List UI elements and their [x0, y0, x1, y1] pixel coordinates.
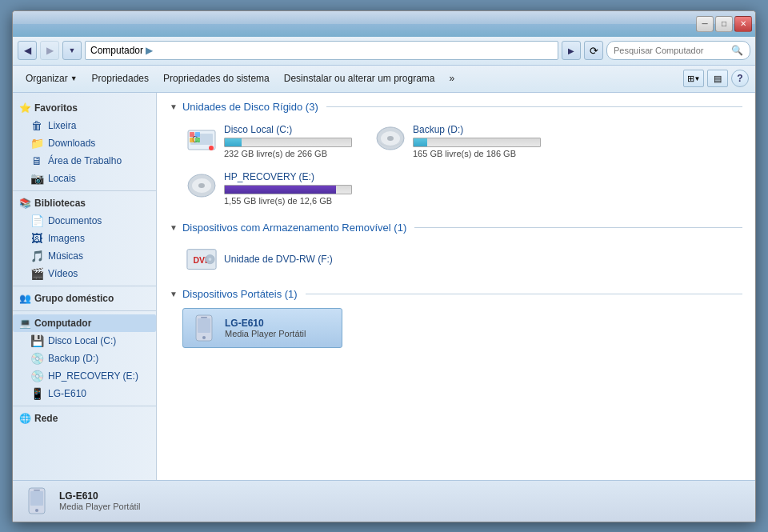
dvd-icon: DVD	[186, 245, 218, 277]
sidebar: ⭐ Favoritos 🗑 Lixeira 📁 Downloads 🖥 Área…	[13, 93, 157, 480]
backup-d-icon: 💿	[30, 352, 43, 365]
status-device-icon	[22, 486, 51, 515]
explorer-window: ─ □ ✕ ◀ ▶ ▼ Computador ▶ ▶ ⟳ 🔍 Organizar…	[12, 10, 756, 522]
lixeira-icon: 🗑	[30, 119, 43, 132]
sidebar-item-label: Lixeira	[48, 120, 76, 131]
network-header[interactable]: 🌐 Rede	[13, 410, 156, 427]
sidebar-item-backup-d[interactable]: 💿 Backup (D:)	[13, 350, 156, 367]
more-button[interactable]: »	[443, 70, 462, 86]
breadcrumb-computer[interactable]: Computador	[90, 45, 143, 56]
organize-button[interactable]: Organizar ▼	[19, 70, 84, 86]
drive-e-info: HP_RECOVERY (E:) 1,55 GB livre(s) de 12,…	[224, 171, 355, 206]
drive-e-name: HP_RECOVERY (E:)	[224, 171, 355, 182]
portable-device-icon	[190, 314, 218, 342]
svg-point-22	[202, 336, 206, 339]
svg-point-15	[198, 183, 205, 188]
homegroup-header[interactable]: 👥 Grupo doméstico	[13, 290, 156, 307]
dropdown-button[interactable]: ▼	[62, 41, 82, 60]
refresh-button[interactable]: ⟳	[584, 41, 603, 60]
portable-device-type: Media Player Portátil	[225, 329, 306, 338]
breadcrumb-bar[interactable]: Computador ▶	[85, 41, 558, 60]
svg-point-19	[209, 258, 212, 261]
help-button[interactable]: ?	[731, 70, 749, 87]
libraries-header[interactable]: 📚 Bibliotecas	[13, 194, 156, 212]
sidebar-item-downloads[interactable]: 📁 Downloads	[13, 134, 156, 152]
locais-icon: 📷	[30, 172, 43, 185]
sidebar-section-favorites: ⭐ Favoritos 🗑 Lixeira 📁 Downloads 🖥 Área…	[13, 99, 156, 187]
properties-button[interactable]: Propriedades	[86, 70, 155, 86]
search-icon: 🔍	[731, 45, 743, 56]
view-arrow-icon: ▼	[694, 75, 701, 82]
drive-e-item[interactable]: HP_RECOVERY (E:) 1,55 GB livre(s) de 12,…	[182, 168, 358, 209]
computer-label: Computador	[34, 318, 91, 329]
dvd-info: Unidade de DVD-RW (F:)	[224, 254, 739, 267]
portable-section-header: ▼ Dispositivos Portáteis (1)	[170, 288, 742, 300]
view-toggle-button[interactable]: ⊞ ▼	[683, 70, 704, 87]
toolbar: Organizar ▼ Propriedades Propriedades do…	[13, 66, 755, 93]
maximize-button[interactable]: □	[715, 16, 733, 32]
layout-button[interactable]: ▤	[707, 70, 728, 87]
sidebar-item-videos[interactable]: 🎬 Vídeos	[13, 265, 156, 282]
minimize-button[interactable]: ─	[696, 16, 714, 32]
search-input[interactable]	[614, 46, 728, 55]
sidebar-item-disco-c[interactable]: 💾 Disco Local (C:)	[13, 332, 156, 350]
sidebar-section-computer: 💻 Computador 💾 Disco Local (C:) 💿 Backup…	[13, 314, 156, 402]
system-properties-label: Propriedades do sistema	[163, 73, 270, 84]
sidebar-item-desktop[interactable]: 🖥 Área de Trabalho	[13, 152, 156, 170]
drive-e-free: 1,55 GB livre(s) de 12,6 GB	[224, 196, 355, 206]
divider-1	[13, 190, 156, 191]
uninstall-button[interactable]: Desinstalar ou alterar um programa	[278, 70, 442, 86]
svg-rect-7	[190, 138, 194, 142]
portable-divider	[306, 294, 742, 294]
drive-c-item[interactable]: C: Disco Local (C:)	[182, 121, 358, 162]
removable-divider	[414, 227, 742, 228]
status-device-type: Media Player Portátil	[59, 502, 141, 511]
desktop-icon: 🖥	[30, 154, 43, 167]
sidebar-item-label: Área de Trabalho	[48, 155, 122, 166]
expand-button[interactable]: ▶	[562, 41, 581, 60]
drive-d-name: Backup (D:)	[413, 124, 544, 135]
main-content: ⭐ Favoritos 🗑 Lixeira 📁 Downloads 🖥 Área…	[13, 93, 755, 480]
system-properties-button[interactable]: Propriedades do sistema	[157, 70, 276, 86]
sidebar-item-documentos[interactable]: 📄 Documentos	[13, 212, 156, 230]
sidebar-item-label: LG-E610	[48, 388, 86, 399]
portable-device-info: LG-E610 Media Player Portátil	[225, 318, 306, 338]
sidebar-item-lg-e610[interactable]: 📱 LG-E610	[13, 385, 156, 402]
svg-rect-25	[30, 491, 43, 506]
sidebar-section-network: 🌐 Rede	[13, 410, 156, 427]
close-button[interactable]: ✕	[734, 16, 752, 32]
imagens-icon: 🖼	[30, 232, 43, 245]
sidebar-item-label: Vídeos	[48, 268, 78, 279]
sidebar-item-imagens[interactable]: 🖼 Imagens	[13, 230, 156, 247]
sidebar-item-label: Disco Local (C:)	[48, 335, 116, 346]
divider-4	[13, 406, 156, 406]
sidebar-section-homegroup: 👥 Grupo doméstico	[13, 290, 156, 307]
dvd-item[interactable]: DVD Unidade de DVD-RW (F:)	[182, 242, 742, 280]
svg-point-26	[35, 509, 38, 512]
drive-d-item[interactable]: Backup (D:) 165 GB livre(s) de 186 GB	[371, 121, 547, 162]
libraries-icon: 📚	[19, 198, 31, 209]
title-bar-buttons: ─ □ ✕	[696, 16, 752, 32]
drive-c-info: Disco Local (C:) 232 GB livre(s) de 266 …	[224, 124, 355, 158]
computer-header[interactable]: 💻 Computador	[13, 314, 156, 332]
network-label: Rede	[34, 413, 58, 424]
forward-button[interactable]: ▶	[40, 41, 59, 60]
sidebar-item-locais[interactable]: 📷 Locais	[13, 170, 156, 187]
portable-device-item[interactable]: LG-E610 Media Player Portátil	[182, 308, 342, 348]
favorites-header[interactable]: ⭐ Favoritos	[13, 99, 156, 117]
disco-c-icon: 💾	[30, 334, 43, 347]
drive-d-icon	[374, 124, 406, 156]
sidebar-item-label: Imagens	[48, 233, 85, 244]
drive-d-bar-fill	[414, 138, 427, 146]
portable-title: Dispositivos Portáteis (1)	[182, 288, 298, 300]
back-button[interactable]: ◀	[18, 41, 37, 60]
status-bar: LG-E610 Media Player Portátil	[13, 480, 755, 522]
drive-c-free: 232 GB livre(s) de 266 GB	[224, 149, 355, 158]
sidebar-item-lixeira[interactable]: 🗑 Lixeira	[13, 117, 156, 134]
sidebar-item-musicas[interactable]: 🎵 Músicas	[13, 247, 156, 265]
search-box[interactable]: 🔍	[606, 41, 750, 60]
hard-drives-divider	[326, 106, 742, 107]
sidebar-item-recovery-e[interactable]: 💿 HP_RECOVERY (E:)	[13, 367, 156, 385]
svg-point-2	[209, 146, 214, 150]
sidebar-item-label: Músicas	[48, 250, 83, 262]
